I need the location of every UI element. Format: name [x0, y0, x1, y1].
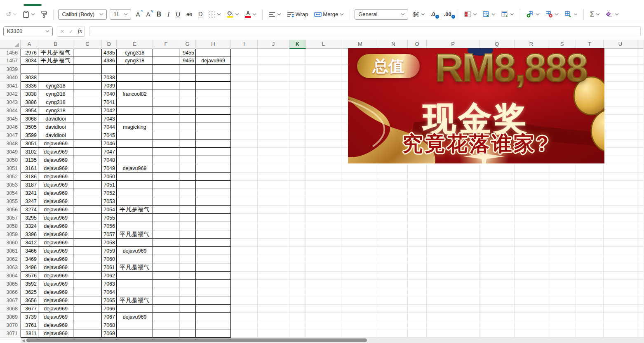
cell-E3057[interactable] — [117, 214, 153, 222]
cell-V3052[interactable] — [637, 173, 644, 181]
cell-V3063[interactable] — [637, 263, 644, 272]
cell-H3071[interactable] — [196, 329, 231, 338]
cell-B3040[interactable] — [38, 73, 73, 82]
cell-H3045[interactable] — [196, 115, 231, 123]
cell-C1456[interactable] — [73, 49, 102, 57]
borders-button[interactable] — [207, 8, 222, 21]
cell-K3042[interactable] — [289, 90, 306, 98]
cell-T3054[interactable] — [576, 189, 604, 197]
cell-T3070[interactable] — [576, 321, 604, 329]
cell-C3069[interactable] — [73, 313, 102, 321]
cell-H3049[interactable] — [196, 148, 231, 156]
cell-M3062[interactable] — [341, 255, 379, 263]
cell-E3071[interactable] — [117, 329, 153, 338]
cell-R3060[interactable] — [515, 239, 548, 247]
cell-N3059[interactable] — [379, 230, 408, 239]
cell-M3069[interactable] — [341, 313, 379, 321]
cell-G3042[interactable] — [179, 90, 196, 98]
cell-A3051[interactable]: 3161 — [21, 164, 38, 173]
cell-B3066[interactable]: dejavu969 — [38, 288, 73, 296]
cell-S3060[interactable] — [548, 239, 576, 247]
cell-Q3051[interactable] — [479, 164, 515, 173]
cell-Q3061[interactable] — [479, 247, 515, 255]
cell-R3053[interactable] — [515, 181, 548, 189]
cell-U3067[interactable] — [604, 296, 637, 305]
cell-V3041[interactable] — [637, 82, 644, 90]
column-header-F[interactable]: F — [153, 40, 179, 49]
cell-J3054[interactable] — [258, 189, 289, 197]
cell-E3069[interactable]: dejavu969 — [117, 313, 153, 321]
cell-Q3068[interactable] — [479, 305, 515, 313]
cell-R3056[interactable] — [515, 206, 548, 214]
cell-B3070[interactable]: dejavu969 — [38, 321, 73, 329]
cell-S3066[interactable] — [548, 288, 576, 296]
cell-K3063[interactable] — [289, 263, 306, 272]
cell-G3064[interactable] — [179, 272, 196, 280]
cell-U3042[interactable] — [604, 90, 637, 98]
cell-V3045[interactable] — [637, 115, 644, 123]
column-header-U[interactable]: U — [604, 40, 637, 49]
cell-L3046[interactable] — [306, 123, 341, 131]
cell-G3051[interactable] — [179, 164, 196, 173]
cell-E1457[interactable]: cyng318 — [117, 57, 153, 65]
cell-N3052[interactable] — [379, 173, 408, 181]
cell-L3048[interactable] — [306, 140, 341, 148]
cell-D3051[interactable]: 7049 — [102, 164, 117, 173]
cell-H3039[interactable] — [196, 65, 231, 73]
cell-O3059[interactable] — [408, 230, 427, 239]
cell-J3042[interactable] — [258, 90, 289, 98]
cell-S3055[interactable] — [548, 197, 576, 206]
cell-E3070[interactable] — [117, 321, 153, 329]
cell-B3045[interactable]: davidlooi — [38, 115, 73, 123]
cell-H3070[interactable] — [196, 321, 231, 329]
cell-K3052[interactable] — [289, 173, 306, 181]
cell-L3071[interactable] — [306, 329, 341, 338]
cell-L3049[interactable] — [306, 148, 341, 156]
cell-E3043[interactable] — [117, 98, 153, 106]
cell-F3057[interactable] — [153, 214, 179, 222]
cell-G3052[interactable] — [179, 173, 196, 181]
cell-A3054[interactable]: 3241 — [21, 189, 38, 197]
cell-E3065[interactable] — [117, 280, 153, 288]
cell-D3050[interactable]: 7048 — [102, 156, 117, 164]
cell-L3040[interactable] — [306, 73, 341, 82]
cell-F3052[interactable] — [153, 173, 179, 181]
cell-K3060[interactable] — [289, 239, 306, 247]
cell-E3068[interactable] — [117, 305, 153, 313]
cell-I3049[interactable] — [231, 148, 258, 156]
cell-S3059[interactable] — [548, 230, 576, 239]
cell-K3057[interactable] — [289, 214, 306, 222]
cell-G3068[interactable] — [179, 305, 196, 313]
cell-F3043[interactable] — [153, 98, 179, 106]
cell-L3064[interactable] — [306, 272, 341, 280]
cell-E3051[interactable]: dejavu969 — [117, 164, 153, 173]
cell-U1456[interactable] — [604, 49, 637, 57]
cell-R3057[interactable] — [515, 214, 548, 222]
cell-U3065[interactable] — [604, 280, 637, 288]
cell-F3068[interactable] — [153, 305, 179, 313]
cell-F1456[interactable] — [153, 49, 179, 57]
cell-F3070[interactable] — [153, 321, 179, 329]
cell-O3068[interactable] — [408, 305, 427, 313]
cell-J3059[interactable] — [258, 230, 289, 239]
cell-Q3053[interactable] — [479, 181, 515, 189]
cell-O3054[interactable] — [408, 189, 427, 197]
cell-H3040[interactable] — [196, 73, 231, 82]
cell-N3056[interactable] — [379, 206, 408, 214]
cell-D3041[interactable]: 7039 — [102, 82, 117, 90]
cell-G3065[interactable] — [179, 280, 196, 288]
cell-I3068[interactable] — [231, 305, 258, 313]
cell-T3053[interactable] — [576, 181, 604, 189]
cell-E3067[interactable]: 平凡是福气 — [117, 296, 153, 305]
cell-F3040[interactable] — [153, 73, 179, 82]
cell-K3053[interactable] — [289, 181, 306, 189]
column-header-J[interactable]: J — [258, 40, 289, 49]
cell-B3065[interactable]: dejavu969 — [38, 280, 73, 288]
cell-G3045[interactable] — [179, 115, 196, 123]
cell-G3048[interactable] — [179, 140, 196, 148]
cell-A3050[interactable]: 3135 — [21, 156, 38, 164]
cell-N3069[interactable] — [379, 313, 408, 321]
column-header-T[interactable]: T — [576, 40, 604, 49]
cell-V3058[interactable] — [637, 222, 644, 230]
cell-K3061[interactable] — [289, 247, 306, 255]
